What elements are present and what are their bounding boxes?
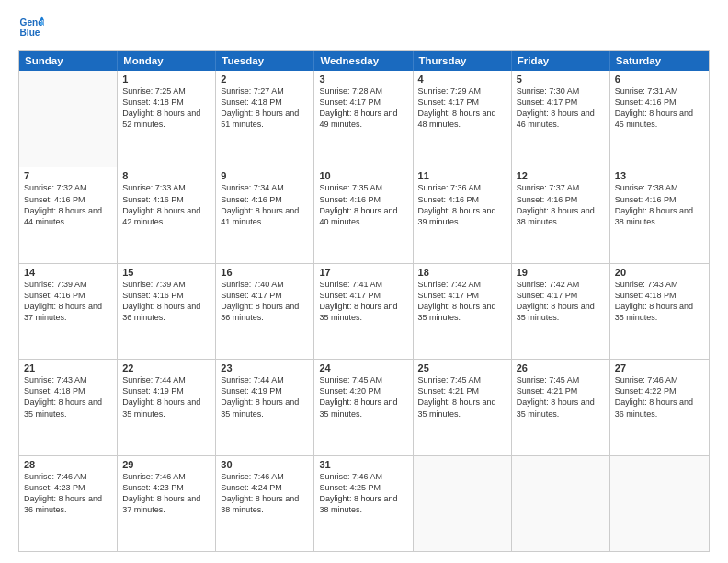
cal-cell: 23Sunrise: 7:44 AMSunset: 4:19 PMDayligh… xyxy=(216,360,314,454)
cell-info: Sunrise: 7:32 AMSunset: 4:16 PMDaylight:… xyxy=(24,182,112,227)
cal-cell: 19Sunrise: 7:42 AMSunset: 4:17 PMDayligh… xyxy=(512,264,610,359)
cal-cell xyxy=(610,456,709,551)
cell-info: Sunrise: 7:46 AMSunset: 4:23 PMDaylight:… xyxy=(24,471,112,516)
cell-info: Sunrise: 7:37 AMSunset: 4:16 PMDaylight:… xyxy=(517,182,605,227)
header-day-thursday: Thursday xyxy=(414,51,512,71)
cal-cell: 3Sunrise: 7:28 AMSunset: 4:17 PMDaylight… xyxy=(314,71,413,167)
cal-week-1: 7Sunrise: 7:32 AMSunset: 4:16 PMDaylight… xyxy=(19,167,709,262)
cal-cell: 7Sunrise: 7:32 AMSunset: 4:16 PMDaylight… xyxy=(19,167,118,262)
cal-cell: 2Sunrise: 7:27 AMSunset: 4:18 PMDaylight… xyxy=(216,71,314,167)
cell-info: Sunrise: 7:30 AMSunset: 4:17 PMDaylight:… xyxy=(517,86,605,131)
cell-info: Sunrise: 7:28 AMSunset: 4:17 PMDaylight:… xyxy=(319,86,407,131)
cell-info: Sunrise: 7:44 AMSunset: 4:19 PMDaylight:… xyxy=(122,374,210,419)
cal-cell: 26Sunrise: 7:45 AMSunset: 4:21 PMDayligh… xyxy=(512,360,610,454)
cal-cell xyxy=(19,71,118,167)
cal-cell: 1Sunrise: 7:25 AMSunset: 4:18 PMDaylight… xyxy=(118,71,216,167)
day-number: 3 xyxy=(319,74,407,85)
calendar-header: SundayMondayTuesdayWednesdayThursdayFrid… xyxy=(19,51,709,71)
cell-info: Sunrise: 7:31 AMSunset: 4:16 PMDaylight:… xyxy=(615,86,704,131)
header-day-friday: Friday xyxy=(512,51,610,71)
day-number: 11 xyxy=(418,170,506,181)
cell-info: Sunrise: 7:36 AMSunset: 4:16 PMDaylight:… xyxy=(418,182,506,227)
day-number: 28 xyxy=(24,459,112,470)
cell-info: Sunrise: 7:45 AMSunset: 4:20 PMDaylight:… xyxy=(319,374,407,419)
cell-info: Sunrise: 7:25 AMSunset: 4:18 PMDaylight:… xyxy=(122,86,210,131)
day-number: 26 xyxy=(517,362,605,373)
cell-info: Sunrise: 7:40 AMSunset: 4:17 PMDaylight:… xyxy=(221,279,309,324)
day-number: 5 xyxy=(517,74,605,85)
day-number: 15 xyxy=(122,267,210,278)
cell-info: Sunrise: 7:41 AMSunset: 4:17 PMDaylight:… xyxy=(319,279,407,324)
cal-cell: 5Sunrise: 7:30 AMSunset: 4:17 PMDaylight… xyxy=(512,71,610,167)
day-number: 30 xyxy=(221,459,309,470)
cal-cell: 24Sunrise: 7:45 AMSunset: 4:20 PMDayligh… xyxy=(314,360,413,454)
day-number: 4 xyxy=(418,74,506,85)
day-number: 1 xyxy=(122,74,210,85)
cell-info: Sunrise: 7:43 AMSunset: 4:18 PMDaylight:… xyxy=(615,279,704,324)
cal-cell: 29Sunrise: 7:46 AMSunset: 4:23 PMDayligh… xyxy=(118,456,216,551)
cal-cell: 17Sunrise: 7:41 AMSunset: 4:17 PMDayligh… xyxy=(314,264,413,359)
cal-cell: 6Sunrise: 7:31 AMSunset: 4:16 PMDaylight… xyxy=(610,71,709,167)
day-number: 25 xyxy=(418,362,506,373)
day-number: 31 xyxy=(319,459,407,470)
day-number: 10 xyxy=(319,170,407,181)
logo-icon: General Blue xyxy=(18,15,44,40)
logo: General Blue xyxy=(18,15,44,40)
cal-cell: 22Sunrise: 7:44 AMSunset: 4:19 PMDayligh… xyxy=(118,360,216,454)
day-number: 27 xyxy=(615,362,704,373)
cal-week-0: 1Sunrise: 7:25 AMSunset: 4:18 PMDaylight… xyxy=(19,71,709,167)
day-number: 6 xyxy=(615,74,704,85)
cal-cell: 14Sunrise: 7:39 AMSunset: 4:16 PMDayligh… xyxy=(19,264,118,359)
cal-cell: 15Sunrise: 7:39 AMSunset: 4:16 PMDayligh… xyxy=(118,264,216,359)
calendar: SundayMondayTuesdayWednesdayThursdayFrid… xyxy=(18,50,710,552)
cell-info: Sunrise: 7:42 AMSunset: 4:17 PMDaylight:… xyxy=(517,279,605,324)
day-number: 24 xyxy=(319,362,407,373)
cell-info: Sunrise: 7:39 AMSunset: 4:16 PMDaylight:… xyxy=(122,279,210,324)
cal-week-4: 28Sunrise: 7:46 AMSunset: 4:23 PMDayligh… xyxy=(19,455,709,551)
cell-info: Sunrise: 7:46 AMSunset: 4:24 PMDaylight:… xyxy=(221,471,309,516)
day-number: 18 xyxy=(418,267,506,278)
cal-cell xyxy=(414,456,512,551)
cal-cell: 8Sunrise: 7:33 AMSunset: 4:16 PMDaylight… xyxy=(118,167,216,262)
cell-info: Sunrise: 7:43 AMSunset: 4:18 PMDaylight:… xyxy=(24,374,112,419)
day-number: 2 xyxy=(221,74,309,85)
cal-cell: 16Sunrise: 7:40 AMSunset: 4:17 PMDayligh… xyxy=(216,264,314,359)
day-number: 12 xyxy=(517,170,605,181)
cal-cell: 25Sunrise: 7:45 AMSunset: 4:21 PMDayligh… xyxy=(414,360,512,454)
cal-cell: 20Sunrise: 7:43 AMSunset: 4:18 PMDayligh… xyxy=(610,264,709,359)
day-number: 16 xyxy=(221,267,309,278)
header: General Blue xyxy=(18,15,710,40)
day-number: 13 xyxy=(615,170,704,181)
cell-info: Sunrise: 7:33 AMSunset: 4:16 PMDaylight:… xyxy=(122,182,210,227)
cal-week-2: 14Sunrise: 7:39 AMSunset: 4:16 PMDayligh… xyxy=(19,263,709,359)
header-day-saturday: Saturday xyxy=(610,51,709,71)
cal-week-3: 21Sunrise: 7:43 AMSunset: 4:18 PMDayligh… xyxy=(19,359,709,454)
cal-cell: 31Sunrise: 7:46 AMSunset: 4:25 PMDayligh… xyxy=(314,456,413,551)
day-number: 9 xyxy=(221,170,309,181)
cal-cell: 30Sunrise: 7:46 AMSunset: 4:24 PMDayligh… xyxy=(216,456,314,551)
cell-info: Sunrise: 7:39 AMSunset: 4:16 PMDaylight:… xyxy=(24,279,112,324)
header-day-tuesday: Tuesday xyxy=(216,51,314,71)
cell-info: Sunrise: 7:27 AMSunset: 4:18 PMDaylight:… xyxy=(221,86,309,131)
header-day-sunday: Sunday xyxy=(19,51,118,71)
cell-info: Sunrise: 7:42 AMSunset: 4:17 PMDaylight:… xyxy=(418,279,506,324)
cell-info: Sunrise: 7:46 AMSunset: 4:22 PMDaylight:… xyxy=(615,374,704,419)
cal-cell: 4Sunrise: 7:29 AMSunset: 4:17 PMDaylight… xyxy=(414,71,512,167)
svg-text:Blue: Blue xyxy=(20,28,40,38)
header-day-wednesday: Wednesday xyxy=(314,51,413,71)
cell-info: Sunrise: 7:46 AMSunset: 4:25 PMDaylight:… xyxy=(319,471,407,516)
day-number: 14 xyxy=(24,267,112,278)
calendar-body: 1Sunrise: 7:25 AMSunset: 4:18 PMDaylight… xyxy=(19,71,709,551)
cell-info: Sunrise: 7:35 AMSunset: 4:16 PMDaylight:… xyxy=(319,182,407,227)
day-number: 20 xyxy=(615,267,704,278)
day-number: 23 xyxy=(221,362,309,373)
cal-cell: 12Sunrise: 7:37 AMSunset: 4:16 PMDayligh… xyxy=(512,167,610,262)
day-number: 19 xyxy=(517,267,605,278)
cell-info: Sunrise: 7:38 AMSunset: 4:16 PMDaylight:… xyxy=(615,182,704,227)
cell-info: Sunrise: 7:44 AMSunset: 4:19 PMDaylight:… xyxy=(221,374,309,419)
cell-info: Sunrise: 7:29 AMSunset: 4:17 PMDaylight:… xyxy=(418,86,506,131)
cal-cell: 28Sunrise: 7:46 AMSunset: 4:23 PMDayligh… xyxy=(19,456,118,551)
cell-info: Sunrise: 7:45 AMSunset: 4:21 PMDaylight:… xyxy=(418,374,506,419)
cal-cell: 13Sunrise: 7:38 AMSunset: 4:16 PMDayligh… xyxy=(610,167,709,262)
cal-cell: 11Sunrise: 7:36 AMSunset: 4:16 PMDayligh… xyxy=(414,167,512,262)
